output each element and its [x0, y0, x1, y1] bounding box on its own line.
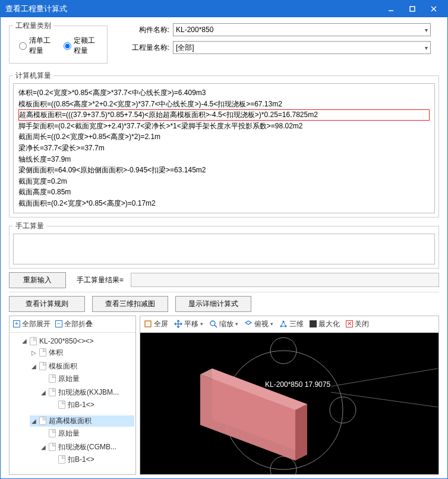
tree-node-formwork-deduct[interactable]: ◢扣现浇板(KXJBM...: [39, 387, 134, 398]
svg-rect-1: [410, 7, 415, 11]
manual-result-value: [131, 273, 439, 287]
page-icon: [39, 348, 46, 357]
calc-line: 模板面积=((0.85<高度>*2+0.2<宽度>)*37.7<中心线长度>)-…: [18, 99, 430, 110]
square-icon: [310, 320, 317, 327]
manual-group: 手工算量: [9, 221, 439, 269]
plus-icon: +: [13, 320, 20, 327]
manual-legend: 手工算量: [13, 221, 46, 231]
tree-node-volume[interactable]: ▷体积: [30, 347, 134, 358]
pan-button[interactable]: 平移▾: [174, 319, 203, 329]
category-group: 工程量类别 清单工程量 定额工程量: [9, 21, 108, 64]
maximize-button[interactable]: [402, 3, 422, 15]
tree-node-formwork[interactable]: ◢模板面积: [30, 361, 134, 372]
radio-quota[interactable]: 定额工程量: [64, 36, 97, 56]
calc-group: 计算机算量 体积=(0.2<宽度>*0.85<高度>*37.7<中心线长度>)=…: [9, 71, 439, 218]
close-button[interactable]: [424, 3, 444, 15]
three-d-viewer[interactable]: KL-200*850 17.9075: [140, 333, 438, 474]
minus-icon: −: [55, 320, 62, 327]
page-icon: [49, 374, 56, 383]
tree-node-tall-formwork[interactable]: ◢超高模板面积: [30, 415, 134, 427]
minimize-button[interactable]: [381, 3, 401, 15]
view-3d-button[interactable]: 查看三维扣减图: [92, 296, 168, 312]
page-icon: [39, 362, 46, 370]
page-icon: [49, 443, 56, 451]
maximize-view-button[interactable]: 最大化: [310, 319, 340, 329]
svg-line-8: [214, 325, 217, 327]
page-icon: [39, 417, 46, 425]
category-legend: 工程量类别: [13, 21, 53, 31]
quantity-name-combo[interactable]: [全部] ▾: [173, 41, 431, 54]
page-icon: [49, 388, 56, 396]
page-icon: [58, 455, 65, 464]
tree-node-tall-deduct[interactable]: ◢扣现浇板(CGMB...: [39, 442, 134, 453]
svg-point-7: [210, 321, 215, 326]
radio-list-label: 清单工程量: [29, 36, 53, 56]
tree-node-formwork-raw[interactable]: 原始量: [39, 373, 134, 385]
component-name-combo[interactable]: KL-200*850 ▾: [173, 23, 431, 36]
chevron-down-icon: ▾: [425, 27, 428, 33]
component-name-value: KL-200*850: [176, 26, 213, 34]
reinput-button[interactable]: 重新输入: [9, 272, 66, 288]
viewer-label: KL-200*850 17.9075: [265, 380, 330, 389]
window-title: 查看工程量计算式: [5, 4, 67, 14]
tree-node-root[interactable]: ◢KL-200*850<><>: [20, 336, 134, 346]
svg-marker-9: [245, 321, 251, 324]
fullscreen-button[interactable]: 全屏: [144, 319, 168, 329]
calc-line: 梁侧面面积=64.09<原始侧面面积>-0.945<扣梁>=63.145m2: [18, 165, 430, 176]
svg-line-23: [331, 392, 438, 407]
top-view-button[interactable]: 俯视▾: [244, 319, 273, 329]
page-icon: [49, 429, 56, 437]
radio-quota-label: 定额工程量: [74, 36, 97, 56]
tree-node-tall-raw[interactable]: 原始量: [39, 428, 134, 439]
calc-line: 脚手架面积=(0.2<截面宽度>+2.4)*37.7<梁净长>*1<梁脚手架长度…: [18, 121, 430, 132]
close-view-button[interactable]: ✕关闭: [346, 319, 369, 329]
svg-line-22: [331, 368, 438, 386]
svg-marker-21: [295, 404, 307, 461]
calc-line: 截面周长=((0.2<宽度>+0.85<高度>)*2)=2.1m: [18, 131, 430, 143]
calc-line: 梁净长=37.7<梁长>=37.7m: [18, 143, 430, 154]
tree[interactable]: ◢KL-200*850<><> ▷体积 ◢模板面积 原始量 ◢扣现浇板(KXJB…: [10, 333, 135, 474]
calc-line: 体积=(0.2<宽度>*0.85<高度>*37.7<中心线长度>)=6.409m…: [18, 87, 430, 99]
tree-node-tall-deduct-b1[interactable]: 扣B-1<>: [49, 454, 134, 465]
collapse-all-button[interactable]: −全部折叠: [55, 319, 93, 329]
tree-node-formwork-deduct-b1[interactable]: 扣B-1<>: [49, 399, 134, 411]
chevron-down-icon: ▾: [425, 45, 428, 51]
close-icon: ✕: [346, 320, 353, 327]
quantity-name-value: [全部]: [176, 43, 194, 53]
quantity-name-label: 工程量名称:: [130, 43, 169, 53]
page-icon: [58, 401, 65, 409]
expand-all-button[interactable]: +全部展开: [13, 319, 51, 329]
svg-rect-4: [145, 321, 151, 327]
component-name-label: 构件名称:: [130, 25, 169, 35]
calc-line: 截面面积=(0.2<宽度>*0.85<高度>)=0.17m2: [18, 198, 430, 209]
manual-textarea[interactable]: [13, 234, 435, 264]
calc-line: 超高模板面积=(((37.9+37.5)*0.85+7.54)<原始超高模板面积…: [18, 109, 430, 121]
calc-line: 轴线长度=37.9m: [18, 154, 430, 165]
calc-legend: 计算机算量: [13, 71, 53, 81]
calc-lines: 体积=(0.2<宽度>*0.85<高度>*37.7<中心线长度>)=6.409m…: [13, 83, 435, 213]
radio-list[interactable]: 清单工程量: [19, 36, 53, 56]
three-d-button[interactable]: 三维: [279, 319, 304, 329]
zoom-button[interactable]: 缩放▾: [209, 319, 238, 329]
show-detail-button[interactable]: 显示详细计算式: [175, 296, 251, 312]
calc-line: 截面高度=0.85m: [18, 187, 430, 198]
view-rule-button[interactable]: 查看计算规则: [9, 296, 85, 312]
calc-line: 截面宽度=0.2m: [18, 176, 430, 187]
page-icon: [30, 337, 37, 345]
manual-result-label: 手工算量结果=: [77, 275, 124, 285]
